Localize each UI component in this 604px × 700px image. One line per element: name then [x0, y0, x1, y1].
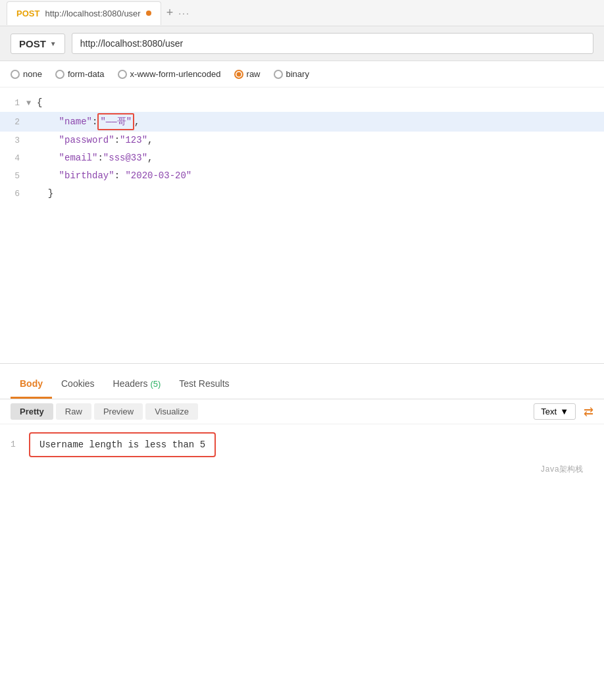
response-line-1: 1 Username length is less than 5: [11, 432, 593, 457]
radio-urlencoded[interactable]: x-www-form-urlencoded: [118, 69, 221, 79]
line-content-1: {: [37, 95, 604, 110]
editor-line-3: 3 "password":"123",: [0, 132, 604, 149]
line-number-6: 6: [0, 187, 26, 201]
new-tab-button[interactable]: +: [166, 6, 174, 20]
subtab-preview[interactable]: Preview: [94, 403, 143, 420]
editor-line-2: 2 "name":"——哥",: [0, 112, 604, 132]
radio-none[interactable]: none: [11, 69, 42, 79]
json-val-name: "——哥": [100, 116, 132, 127]
radio-label-urlencoded: x-www-form-urlencoded: [130, 69, 221, 79]
json-comma-email: ,: [147, 153, 153, 163]
line-content-3: "password":"123",: [37, 133, 604, 147]
editor-line-5: 5 "birthday": "2020-03-20": [0, 167, 604, 185]
json-comma-password: ,: [147, 135, 153, 145]
headers-badge: (5): [150, 379, 161, 389]
text-format-label: Text: [541, 407, 557, 416]
response-content-box: Username length is less than 5: [29, 432, 216, 457]
method-select[interactable]: POST ▼: [11, 34, 65, 54]
tab-status-dot: [146, 11, 151, 16]
json-colon-1: :: [92, 116, 97, 127]
json-colon-2: :: [114, 135, 120, 145]
url-input[interactable]: [72, 33, 593, 54]
editor-line-4: 4 "email":"sss@33",: [0, 149, 604, 167]
radio-label-raw: raw: [247, 69, 261, 79]
line-content-4: "email":"sss@33",: [37, 151, 604, 165]
line-number-5: 5: [0, 169, 26, 184]
body-type-bar: none form-data x-www-form-urlencoded raw…: [0, 61, 604, 88]
subtab-pretty[interactable]: Pretty: [11, 403, 53, 420]
response-body-area: 1 Username length is less than 5 Java架构栈: [0, 424, 604, 465]
active-tab[interactable]: POST http://localhost:8080/user: [7, 1, 161, 25]
json-val-name-highlighted: "——哥": [97, 113, 134, 130]
watermark: Java架构栈: [530, 457, 593, 482]
radio-circle-raw: [234, 70, 243, 79]
line-number-3: 3: [0, 134, 26, 148]
json-comma-name: ,: [134, 116, 139, 127]
editor-line-1: 1 ▼ {: [0, 94, 604, 112]
json-key-email: "email": [37, 153, 97, 163]
code-editor[interactable]: 1 ▼ { 2 "name":"——哥", 3 "password":"123"…: [0, 88, 604, 364]
tab-headers[interactable]: Headers (5): [104, 370, 170, 399]
radio-circle-form-data: [55, 70, 64, 79]
json-key-password: "password": [37, 135, 114, 145]
line-content-2: "name":"——哥",: [37, 113, 604, 130]
more-tabs-button[interactable]: ···: [178, 8, 190, 18]
chevron-down-icon-text: ▼: [560, 407, 568, 416]
radio-label-form-data: form-data: [68, 69, 105, 79]
line-content-6: }: [37, 186, 604, 201]
editor-line-6: 6 }: [0, 185, 604, 203]
line-number-4: 4: [0, 151, 26, 166]
json-key-name: "name": [37, 116, 92, 127]
json-val-password: "123": [120, 135, 147, 145]
radio-label-binary: binary: [286, 69, 309, 79]
tab-cookies[interactable]: Cookies: [52, 370, 104, 399]
json-colon-3: :: [97, 153, 103, 163]
json-colon-4: :: [114, 170, 126, 181]
resp-line-number-1: 1: [11, 436, 21, 453]
tab-url: http://localhost:8080/user: [45, 9, 140, 18]
radio-circle-none: [11, 70, 20, 79]
tab-body[interactable]: Body: [11, 370, 52, 399]
subtab-visualize[interactable]: Visualize: [145, 403, 198, 420]
tab-test-results[interactable]: Test Results: [170, 370, 238, 399]
radio-circle-binary: [274, 70, 283, 79]
radio-form-data[interactable]: form-data: [55, 69, 105, 79]
radio-label-none: none: [23, 69, 42, 79]
line-number-1: 1: [0, 96, 26, 111]
json-val-email: "sss@33": [103, 153, 147, 163]
json-val-birthday: "2020-03-20": [125, 170, 191, 181]
line-content-5: "birthday": "2020-03-20": [37, 168, 604, 183]
radio-binary[interactable]: binary: [274, 69, 309, 79]
tab-method: POST: [16, 9, 39, 18]
tab-bar: POST http://localhost:8080/user + ···: [0, 0, 604, 26]
response-tabs-bar: Body Cookies Headers (5) Test Results: [0, 370, 604, 399]
url-bar: POST ▼: [0, 26, 604, 61]
radio-circle-urlencoded: [118, 70, 127, 79]
line-number-2: 2: [0, 115, 26, 130]
radio-raw[interactable]: raw: [234, 69, 261, 79]
line-toggle-1: ▼: [26, 96, 37, 111]
response-subtabs: Pretty Raw Preview Visualize Text ▼ ⇄: [0, 399, 604, 424]
subtab-raw[interactable]: Raw: [56, 403, 91, 420]
json-key-birthday: "birthday": [37, 170, 114, 181]
chevron-down-icon: ▼: [50, 40, 57, 47]
text-format-select[interactable]: Text ▼: [534, 403, 576, 420]
method-label: POST: [19, 38, 46, 49]
wrap-icon[interactable]: ⇄: [584, 405, 593, 419]
